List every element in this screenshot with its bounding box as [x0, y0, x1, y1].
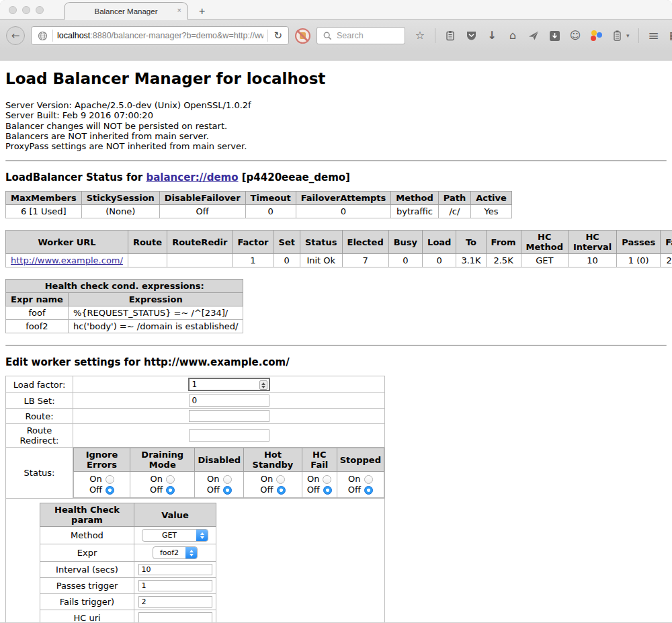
status-cell-draining-mode: On Off — [130, 472, 194, 498]
fails-input[interactable] — [138, 596, 212, 608]
radio-off-selected[interactable] — [166, 486, 175, 495]
server-info: Server Version: Apache/2.5.0-dev (Unix) … — [5, 100, 667, 151]
close-tab-icon[interactable]: × — [177, 7, 181, 14]
table-row: http://www.example.com/ 1 0 Init Ok 7 0 … — [6, 254, 672, 267]
back-button[interactable]: ← — [6, 26, 25, 45]
url-text: localhost:8880/balancer-manager?b=demo&w… — [57, 31, 263, 40]
radio-off-selected[interactable] — [323, 486, 332, 495]
back-icon: ← — [11, 30, 20, 42]
route-label: Route: — [6, 409, 73, 424]
edit-worker-form: Load factor: LB Set: Route: Route Redire… — [5, 376, 385, 622]
expressions-title: Health check cond. expressions: — [6, 280, 243, 293]
hc-row-interval: Interval (secs) — [40, 562, 216, 578]
downloads-icon[interactable]: ↓ — [486, 30, 498, 42]
feedback-smiley-icon[interactable]: ☺ — [569, 30, 581, 42]
clipboard-icon[interactable] — [444, 30, 456, 42]
search-bar[interactable]: Search — [317, 27, 405, 44]
radio-on[interactable] — [106, 475, 114, 484]
page-content: Load Balancer Manager for localhost Serv… — [0, 60, 672, 622]
send-tab-icon[interactable] — [528, 30, 540, 42]
form-row-health-check: Health Check param Value Method GET — [6, 499, 385, 622]
url-domain: localhost — [57, 31, 90, 40]
browser-window: Balancer Manager × + ← localhost:8880/ba… — [0, 0, 672, 623]
route-redirect-label: Route Redirect: — [6, 424, 73, 448]
radio-on[interactable] — [276, 475, 285, 484]
route-redirect-input[interactable] — [189, 429, 269, 442]
health-check-expressions-table: Health check cond. expressions: Expr nam… — [5, 279, 243, 333]
tab-title: Balancer Manager — [95, 7, 158, 15]
server-built: Server Built: Feb 9 2016 07:00:20 — [5, 110, 667, 120]
select-stepper-icon — [185, 547, 197, 558]
bookmarks-bar — [0, 51, 672, 60]
hc-uri-input[interactable] — [138, 612, 212, 622]
chevron-down-icon[interactable]: ▾ — [626, 32, 630, 39]
interval-input[interactable] — [138, 564, 212, 575]
form-row-lb-set: LB Set: — [6, 393, 385, 409]
status-cell-ignore-errors: On Off — [74, 472, 130, 498]
form-row-route: Route: — [6, 409, 385, 424]
route-input[interactable] — [189, 410, 269, 422]
hc-row-method: Method GET — [40, 527, 216, 544]
notice-persist: Balancer changes will NOT be persisted o… — [5, 121, 667, 131]
url-divider — [267, 30, 268, 42]
url-bar[interactable]: localhost:8880/balancer-manager?b=demo&w… — [31, 26, 289, 45]
radio-off-selected[interactable] — [364, 486, 373, 495]
status-label: Status: — [6, 448, 73, 499]
radio-on[interactable] — [364, 475, 373, 484]
status-radio-table: Ignore Errors Draining Mode Disabled Hot… — [73, 448, 384, 498]
toolbar-separator — [435, 28, 435, 43]
radio-on[interactable] — [323, 475, 331, 484]
minimize-window-button[interactable] — [22, 6, 30, 14]
hamburger-menu-icon[interactable]: ≡ — [648, 30, 660, 42]
lb-set-input[interactable] — [189, 394, 269, 407]
globe-icon — [36, 30, 48, 42]
extension-colored-dots-icon[interactable] — [590, 30, 602, 41]
lb-set-label: LB Set: — [6, 393, 73, 409]
zoom-window-button[interactable] — [36, 6, 44, 14]
page-title: Load Balancer Manager for localhost — [5, 70, 667, 87]
worker-status-table: Worker URL Route RouteRedir Factor Set S… — [5, 230, 672, 267]
window-controls — [9, 6, 44, 14]
new-tab-button[interactable]: + — [199, 7, 205, 16]
hc-row-expr: Expr foof2 — [40, 544, 216, 562]
number-stepper-icon[interactable] — [259, 380, 267, 390]
status-cell-hc-fail: On Off — [302, 472, 337, 498]
balancer-demo-link[interactable]: balancer://demo — [146, 171, 238, 183]
method-select[interactable]: GET — [142, 529, 208, 542]
search-placeholder: Search — [337, 31, 364, 40]
health-check-param-table: Health Check param Value Method GET — [40, 503, 216, 622]
form-row-load-factor: Load factor: — [6, 376, 385, 393]
home-icon[interactable]: ⌂ — [507, 30, 519, 42]
pocket-icon[interactable] — [465, 30, 477, 42]
save-to-pocket-icon[interactable] — [548, 30, 560, 42]
table-row: foof2 hc('body') =~ /domain is establish… — [6, 320, 243, 333]
close-window-button[interactable] — [9, 6, 17, 14]
toolbar-separator — [638, 28, 639, 43]
radio-on[interactable] — [166, 475, 175, 484]
url-path: :8880/balancer-manager?b=demo&w=http://w… — [90, 31, 263, 40]
expr-select[interactable]: foof2 — [153, 546, 198, 559]
status-cell-disabled: On Off — [195, 472, 244, 498]
form-row-route-redirect: Route Redirect: — [6, 424, 385, 448]
reload-icon[interactable]: ↻ — [272, 30, 284, 42]
server-version: Server Version: Apache/2.5.0-dev (Unix) … — [5, 100, 667, 110]
table-row: 6 [1 Used] (None) Off 0 0 bytraffic /c/ … — [6, 205, 512, 218]
load-factor-input[interactable] — [188, 378, 270, 391]
pages-grid-icon[interactable]: ▦ — [669, 30, 672, 42]
select-stepper-icon — [196, 530, 208, 541]
radio-off-selected[interactable] — [277, 486, 286, 495]
passes-input[interactable] — [138, 580, 212, 591]
tab-balancer-manager[interactable]: Balancer Manager × — [64, 2, 188, 20]
radio-off-selected[interactable] — [223, 486, 232, 495]
content-blocked-icon[interactable] — [295, 28, 310, 44]
plugin-battery-icon[interactable] — [611, 30, 623, 42]
notice-proxypass: ProxyPass settings are NOT inherited fro… — [5, 141, 667, 151]
bookmark-star-icon[interactable]: ☆ — [414, 30, 426, 42]
radio-off-selected[interactable] — [106, 486, 114, 495]
url-divider — [52, 30, 53, 42]
divider — [5, 160, 667, 161]
divider — [5, 345, 667, 346]
radio-on[interactable] — [223, 475, 232, 484]
worker-url-link[interactable]: http://www.example.com/ — [11, 255, 123, 265]
edit-worker-heading: Edit worker settings for http://www.exam… — [5, 356, 667, 368]
